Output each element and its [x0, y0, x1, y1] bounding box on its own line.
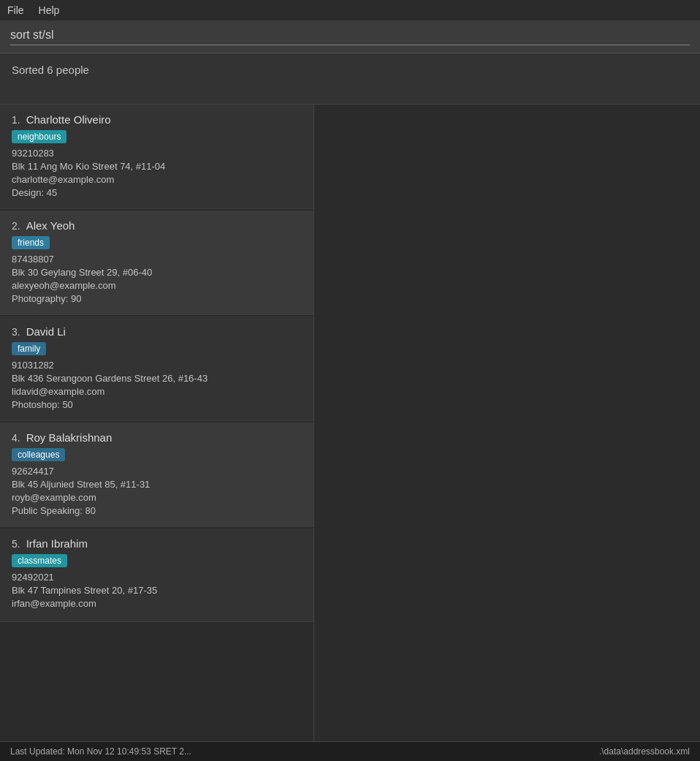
- contact-index: 5.: [12, 538, 20, 550]
- contact-tag: neighbours: [12, 130, 66, 143]
- statusbar-right: .\data\addressbook.xml: [599, 746, 690, 757]
- contact-card[interactable]: 3. David Li family 91031282 Blk 436 Sera…: [0, 317, 313, 421]
- contact-name: Charlotte Oliveiro: [26, 113, 111, 126]
- contact-address: Blk 30 Geylang Street 29, #06-40: [12, 267, 302, 278]
- contact-address: Blk 47 Tampines Street 20, #17-35: [12, 585, 302, 596]
- contact-email: alexyeoh@example.com: [12, 280, 302, 291]
- contact-name: David Li: [26, 325, 66, 338]
- contact-email: lidavid@example.com: [12, 386, 302, 397]
- contact-index: 4.: [12, 432, 20, 444]
- contact-phone: 92492021: [12, 572, 302, 583]
- contact-phone: 93210283: [12, 148, 302, 159]
- contact-index: 2.: [12, 220, 20, 232]
- contact-skill: Photography: 90: [12, 293, 302, 304]
- contact-name-row: 3. David Li: [12, 325, 302, 338]
- contact-skill: Public Speaking: 80: [12, 505, 302, 516]
- search-underline: [10, 45, 690, 45]
- status-panel: Sorted 6 people: [0, 53, 700, 105]
- contact-phone: 92624417: [12, 466, 302, 477]
- contact-email: irfan@example.com: [12, 598, 302, 609]
- search-input[interactable]: [10, 29, 690, 42]
- contact-index: 1.: [12, 114, 20, 126]
- contact-name: Irfan Ibrahim: [26, 537, 88, 550]
- statusbar: Last Updated: Mon Nov 12 10:49:53 SRET 2…: [0, 741, 700, 761]
- contact-tag: friends: [12, 236, 50, 249]
- search-bar: [0, 21, 700, 53]
- menu-help[interactable]: Help: [39, 4, 60, 16]
- contact-tag: family: [12, 342, 46, 355]
- status-text: Sorted 6 people: [12, 64, 89, 76]
- contact-card[interactable]: 2. Alex Yeoh friends 87438807 Blk 30 Gey…: [0, 211, 313, 315]
- contact-name-row: 4. Roy Balakrishnan: [12, 431, 302, 444]
- contact-skill: Photoshop: 50: [12, 399, 302, 410]
- contact-card[interactable]: 5. Irfan Ibrahim classmates 92492021 Blk…: [0, 529, 313, 622]
- contact-tag: classmates: [12, 554, 67, 567]
- contact-list[interactable]: 1. Charlotte Oliveiro neighbours 9321028…: [0, 105, 314, 741]
- contact-tag: colleagues: [12, 448, 65, 461]
- contact-phone: 91031282: [12, 360, 302, 371]
- contact-email: charlotte@example.com: [12, 174, 302, 185]
- right-panel: [314, 105, 700, 741]
- contact-card[interactable]: 1. Charlotte Oliveiro neighbours 9321028…: [0, 105, 313, 209]
- main-area: 1. Charlotte Oliveiro neighbours 9321028…: [0, 105, 700, 741]
- contact-name-row: 5. Irfan Ibrahim: [12, 537, 302, 550]
- contact-card[interactable]: 4. Roy Balakrishnan colleagues 92624417 …: [0, 423, 313, 527]
- menubar: File Help: [0, 0, 700, 21]
- contact-email: royb@example.com: [12, 492, 302, 503]
- menu-file[interactable]: File: [7, 4, 24, 16]
- contact-name: Roy Balakrishnan: [26, 431, 113, 444]
- statusbar-left: Last Updated: Mon Nov 12 10:49:53 SRET 2…: [10, 746, 191, 757]
- contact-name: Alex Yeoh: [26, 219, 75, 232]
- contact-name-row: 1. Charlotte Oliveiro: [12, 113, 302, 126]
- contact-address: Blk 11 Ang Mo Kio Street 74, #11-04: [12, 161, 302, 172]
- contact-phone: 87438807: [12, 254, 302, 265]
- contact-skill: Design: 45: [12, 187, 302, 198]
- contact-index: 3.: [12, 326, 20, 338]
- contact-address: Blk 45 Aljunied Street 85, #11-31: [12, 479, 302, 490]
- contact-name-row: 2. Alex Yeoh: [12, 219, 302, 232]
- contact-address: Blk 436 Serangoon Gardens Street 26, #16…: [12, 373, 302, 384]
